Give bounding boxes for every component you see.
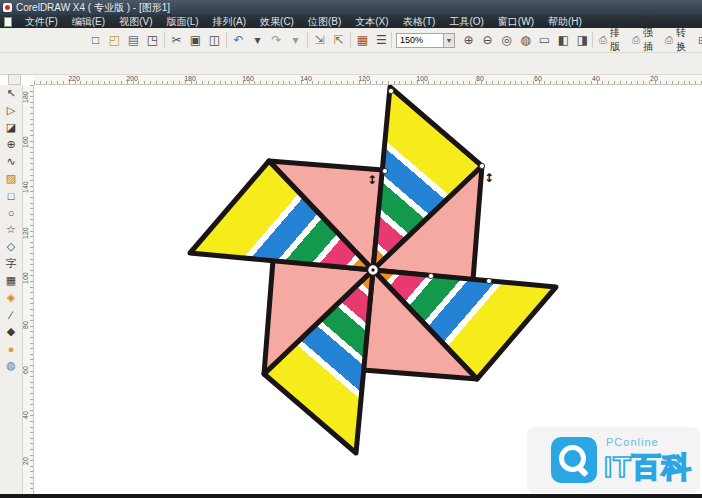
node-handle[interactable] — [382, 168, 387, 173]
import-button[interactable]: ⇲ — [310, 31, 329, 50]
zoom-tool[interactable]: ⊕ — [0, 136, 22, 153]
crop-tool[interactable]: ◪ — [0, 119, 22, 136]
watermark-title: IT百科 — [604, 448, 692, 488]
new-button[interactable]: □ — [86, 31, 105, 50]
display-options-button[interactable]: ☰ — [372, 31, 391, 50]
menu-layout[interactable]: 版面(L) — [159, 15, 205, 28]
zoom-page-button[interactable]: ▭ — [535, 31, 554, 50]
pconline-logo-icon — [551, 437, 597, 483]
ruler-origin-button[interactable] — [8, 74, 21, 85]
typeset-button[interactable]: ⎙ 排版 — [593, 31, 626, 50]
rulers.vertical-label: 80 — [22, 319, 34, 329]
rulers.horizontal-label: 80 — [468, 75, 492, 82]
watermark: PConline IT百科 — [527, 427, 700, 493]
menu-tools[interactable]: 工具(O) — [442, 15, 490, 28]
menu-view[interactable]: 视图(V) — [112, 15, 159, 28]
vertical-ruler: 18016014012010080604020 — [23, 85, 34, 498]
property-bar: x: y: ↔ ↕ % % ↺ ° — [0, 53, 702, 75]
zoom-page-width-button[interactable]: ◧ — [554, 31, 573, 50]
zoom-level-combo[interactable]: ▼ — [396, 33, 455, 48]
zoom-selected-button[interactable]: ◎ — [497, 31, 516, 50]
redo-button[interactable]: ↷ — [267, 31, 286, 50]
polygon-tool[interactable]: ☆ — [0, 221, 22, 238]
menu-arrange[interactable]: 排列(A) — [206, 15, 253, 28]
menu-edit[interactable]: 编辑(E) — [65, 15, 112, 28]
menu-effects[interactable]: 效果(C) — [253, 15, 301, 28]
menu-file[interactable]: 文件(F) — [18, 15, 65, 28]
interactive-blend-tool[interactable]: ◈ — [0, 289, 22, 306]
enhanced-plugin-button[interactable]: ⎙ 增强插件 — [626, 31, 659, 50]
zoom-level-input[interactable] — [396, 33, 444, 48]
rulers.horizontal-label: 120 — [352, 75, 376, 82]
rulers.horizontal-label: 40 — [584, 75, 608, 82]
stretch-handle-icon[interactable]: ↕ — [367, 173, 377, 187]
toolbar-separator — [391, 31, 392, 50]
paste-button[interactable]: ◫ — [205, 31, 224, 50]
export-button[interactable]: ⇱ — [329, 31, 348, 50]
pick-tool[interactable]: ↖ — [0, 85, 22, 102]
menu-help[interactable]: 帮助(H) — [541, 15, 589, 28]
fill-tool[interactable]: ● — [0, 340, 22, 357]
rulers.horizontal-label: 60 — [526, 75, 550, 82]
menu-text[interactable]: 文本(X) — [348, 15, 395, 28]
stretch-handle-icon[interactable]: ↕ — [484, 171, 494, 185]
copy-button[interactable]: ▣ — [186, 31, 205, 50]
basic-shapes-tool[interactable]: ◇ — [0, 238, 22, 255]
freehand-tool[interactable]: ∿ — [0, 153, 22, 170]
open-button[interactable]: ◰ — [105, 31, 124, 50]
redo-dropdown[interactable]: ▾ — [286, 31, 305, 50]
node-handle[interactable] — [486, 278, 491, 283]
text-tool[interactable]: 字 — [0, 255, 22, 272]
rulers.vertical-label: 140 — [22, 183, 34, 193]
shape-tool[interactable]: ▷ — [0, 102, 22, 119]
rulers.vertical-label: 180 — [22, 93, 34, 103]
plugin-button-icon: ⎙ — [665, 34, 673, 46]
zoom-out-button[interactable]: ⊖ — [478, 31, 497, 50]
rulers.vertical-label: 100 — [22, 274, 34, 284]
table-tool[interactable]: ▦ — [0, 272, 22, 289]
rectangle-tool[interactable]: □ — [0, 187, 22, 204]
application-launcher-button[interactable]: ▦ — [353, 31, 372, 50]
rulers.horizontal-label: 220 — [62, 75, 86, 82]
rulers.horizontal-label: 100 — [410, 75, 434, 82]
undo-button[interactable]: ↶ — [229, 31, 248, 50]
node-handle[interactable] — [428, 273, 433, 278]
node-handle[interactable] — [388, 88, 393, 93]
interactive-fill-tool[interactable]: ◍ — [0, 357, 22, 374]
rulers.horizontal-label: 180 — [178, 75, 202, 82]
eyedropper-tool[interactable]: ∕ — [0, 306, 22, 323]
node-handle[interactable] — [479, 163, 484, 168]
zoom-all-objects-button[interactable]: ◍ — [516, 31, 535, 50]
rulers.vertical-label: 160 — [22, 138, 34, 148]
snap-button[interactable]: ⊞ 贴齐 — [692, 31, 702, 50]
title-bar: CorelDRAW X4 ( 专业版 ) - [图形1] — [0, 0, 702, 15]
rotation-center-icon[interactable] — [368, 265, 379, 276]
plugin-button-icon: ⊞ — [698, 35, 702, 46]
menu-bitmaps[interactable]: 位图(B) — [301, 15, 348, 28]
ellipse-tool[interactable]: ○ — [0, 204, 22, 221]
cut-button[interactable]: ✂ — [167, 31, 186, 50]
menu-window[interactable]: 窗口(W) — [491, 15, 541, 28]
rulers.horizontal-label: 200 — [120, 75, 144, 82]
outline-tool[interactable]: ◆ — [0, 323, 22, 340]
plugin-button-icon: ⎙ — [632, 34, 640, 46]
watermark-brand: PConline — [606, 436, 659, 448]
print-button[interactable]: ◳ — [143, 31, 162, 50]
chevron-down-icon[interactable]: ▼ — [444, 33, 455, 48]
document-icon — [4, 17, 12, 27]
plugin-button-icon: ⎙ — [599, 34, 607, 46]
undo-dropdown[interactable]: ▾ — [248, 31, 267, 50]
smart-fill-tool[interactable]: ▨ — [0, 170, 22, 187]
save-button[interactable]: ▤ — [124, 31, 143, 50]
horizontal-ruler: 22020018016014012010080604020 — [34, 75, 702, 85]
menu-table[interactable]: 表格(T) — [396, 15, 443, 28]
zoom-in-button[interactable]: ⊕ — [459, 31, 478, 50]
rulers.horizontal-label: 160 — [236, 75, 260, 82]
rulers.vertical-label: 20 — [22, 455, 34, 465]
menu-bar: 文件(F)编辑(E)视图(V)版面(L)排列(A)效果(C)位图(B)文本(X)… — [0, 15, 702, 28]
coreldraw-logo-icon — [3, 3, 12, 12]
coreldraw-window: CorelDRAW X4 ( 专业版 ) - [图形1] 文件(F)编辑(E)视… — [0, 0, 702, 498]
convert-button[interactable]: ⎙ 转换 — [659, 31, 692, 50]
zoom-page-height-button[interactable]: ◨ — [573, 31, 592, 50]
window-title: CorelDRAW X4 ( 专业版 ) - [图形1] — [16, 1, 170, 15]
